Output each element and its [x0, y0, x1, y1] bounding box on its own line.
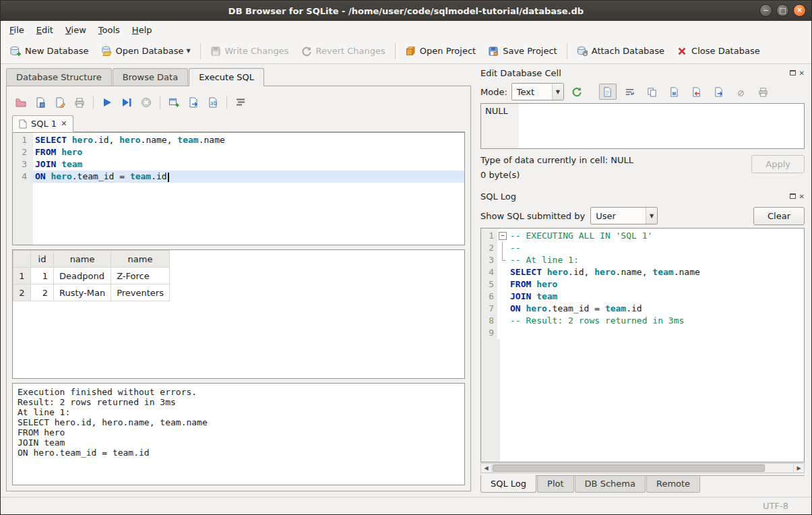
copy-cell-icon[interactable] — [644, 84, 661, 100]
new-database-button[interactable]: New Database — [5, 43, 94, 59]
code-line[interactable]: 2FROM hero — [13, 146, 464, 158]
execute-current-line-icon[interactable] — [118, 94, 135, 111]
fold-marker-icon[interactable] — [497, 230, 508, 242]
tab-database-structure[interactable]: Database Structure — [6, 68, 112, 86]
dock-tab-sql-log[interactable]: SQL Log — [480, 475, 536, 493]
log-filter-combobox[interactable]: User ▼ — [590, 207, 658, 224]
export-results-icon[interactable] — [185, 94, 202, 111]
tab-execute-sql[interactable]: Execute SQL — [189, 68, 264, 86]
code-line[interactable]: 5FROM hero — [481, 278, 804, 291]
results-column-header[interactable]: id — [31, 251, 54, 268]
new-query-tab-icon[interactable] — [165, 94, 183, 111]
menu-tools[interactable]: Tools — [92, 23, 126, 37]
dock-tab-plot[interactable]: Plot — [537, 476, 574, 493]
write-changes-button[interactable]: Write Changes — [205, 43, 294, 59]
row-header[interactable]: 2 — [13, 284, 31, 301]
result-cell[interactable]: Preventers — [111, 284, 170, 301]
open-project-button[interactable]: Open Project — [400, 43, 481, 59]
clear-log-button[interactable]: Clear — [753, 207, 805, 225]
scrollbar-thumb[interactable] — [493, 464, 765, 472]
code-line[interactable]: 8-- Result: 2 rows returned in 3ms — [481, 315, 804, 327]
encoding-indicator[interactable]: UTF-8 — [763, 501, 788, 511]
line-number: 5 — [481, 278, 497, 291]
results-column-header[interactable]: name — [111, 251, 170, 268]
print-sql-icon[interactable] — [71, 94, 88, 111]
apply-button[interactable]: Apply — [751, 155, 805, 173]
save-cell-icon[interactable] — [666, 84, 683, 100]
result-cell[interactable]: Rusty-Man — [54, 284, 111, 301]
menu-help[interactable]: Help — [126, 23, 158, 37]
cell-value-editor[interactable]: NULL — [480, 103, 805, 149]
print-cell-icon[interactable] — [755, 84, 772, 100]
code-line[interactable]: 4SELECT hero.id, hero.name, team.name — [481, 266, 804, 278]
export-data-icon[interactable] — [710, 84, 728, 100]
code-line[interactable]: 9 — [481, 327, 804, 339]
open-database-icon — [101, 46, 112, 57]
float-dock-icon[interactable] — [790, 193, 796, 199]
window-controls: − □ ✕ — [759, 4, 806, 17]
save-sql-file-icon[interactable] — [32, 94, 49, 111]
float-dock-icon[interactable] — [790, 70, 796, 75]
line-number: 3 — [481, 254, 497, 266]
close-button[interactable]: ✕ — [793, 4, 806, 17]
sql-log-view[interactable]: 1-- EXECUTING ALL IN 'SQL 1'2--3-- At li… — [480, 228, 805, 462]
format-sql-icon[interactable] — [232, 94, 249, 111]
tab-browse-data[interactable]: Browse Data — [113, 68, 189, 86]
text-view-icon[interactable] — [599, 84, 617, 100]
row-header[interactable]: 1 — [13, 268, 31, 284]
auto-switch-mode-icon[interactable] — [568, 84, 586, 100]
close-dock-icon[interactable]: ✕ — [799, 69, 805, 77]
scroll-right-icon[interactable]: ▶ — [793, 464, 804, 473]
result-cell[interactable]: Deadpond — [54, 268, 111, 284]
app-window: DB Browser for SQLite - /home/user/code/… — [0, 0, 812, 515]
code-line[interactable]: 7ON hero.team_id = team.id — [481, 303, 804, 315]
close-database-button[interactable]: Close Database — [671, 43, 766, 59]
dock-tab-remote-label: Remote — [656, 479, 690, 489]
dock-tab-db-schema[interactable]: DB Schema — [575, 476, 646, 493]
line-number: 6 — [481, 291, 497, 303]
code-line[interactable]: 1-- EXECUTING ALL IN 'SQL 1' — [481, 230, 804, 242]
edit-cell-controls: Mode: Text ▼ — [480, 80, 805, 103]
word-wrap-icon[interactable] — [621, 84, 639, 100]
stop-execution-icon[interactable] — [137, 94, 155, 111]
code-line[interactable]: 2-- — [481, 242, 804, 254]
maximize-button[interactable]: □ — [776, 4, 789, 17]
scroll-left-icon[interactable]: ◀ — [481, 464, 492, 473]
scrollbar-track[interactable] — [492, 464, 793, 473]
sql-toolbar: ab — [12, 92, 465, 113]
code-line[interactable]: 1SELECT hero.id, hero.name, team.name — [13, 134, 464, 146]
dock-tab-remote[interactable]: Remote — [646, 476, 700, 493]
log-horizontal-scrollbar[interactable]: ◀ ▶ — [480, 463, 805, 473]
code-line[interactable]: 6JOIN team — [481, 291, 804, 303]
mode-combobox[interactable]: Text ▼ — [511, 83, 564, 100]
code-line[interactable]: 3-- At line 1: — [481, 254, 804, 266]
find-replace-icon[interactable]: ab — [204, 94, 222, 111]
menu-view[interactable]: View — [59, 23, 92, 37]
menu-edit[interactable]: Edit — [30, 23, 59, 37]
code-line[interactable]: 3JOIN team — [13, 158, 464, 171]
save-sql-as-icon[interactable] — [51, 94, 69, 111]
revert-changes-button[interactable]: Revert Changes — [296, 43, 391, 59]
result-cell[interactable]: 1 — [31, 268, 54, 284]
code-line[interactable]: 4ON hero.team_id = team.id — [13, 171, 464, 183]
results-column-header[interactable]: name — [54, 251, 111, 268]
code-text: -- EXECUTING ALL IN 'SQL 1' — [508, 230, 804, 242]
sql-editor[interactable]: 1SELECT hero.id, hero.name, team.name2FR… — [12, 132, 465, 245]
set-null-icon[interactable] — [732, 84, 750, 100]
menubar: File Edit View Tools Help — [1, 21, 811, 38]
import-data-icon[interactable] — [688, 84, 706, 100]
close-tab-icon[interactable]: ✕ — [61, 119, 67, 128]
menu-file[interactable]: File — [3, 23, 30, 37]
close-database-label: Close Database — [691, 46, 760, 56]
sql-tab[interactable]: SQL 1 ✕ — [12, 115, 73, 132]
minimize-button[interactable]: − — [759, 4, 772, 17]
result-cell[interactable]: 2 — [31, 284, 54, 301]
attach-database-button[interactable]: Attach Database — [571, 43, 670, 59]
close-dock-icon[interactable]: ✕ — [799, 193, 805, 200]
result-cell[interactable]: Z-Force — [111, 268, 170, 284]
open-sql-file-icon[interactable] — [12, 94, 30, 111]
execute-all-icon[interactable] — [98, 94, 116, 111]
save-project-button[interactable]: Save Project — [482, 43, 563, 59]
chevron-down-icon[interactable]: ▼ — [186, 48, 190, 54]
open-database-button[interactable]: Open Database ▼ — [96, 43, 196, 59]
